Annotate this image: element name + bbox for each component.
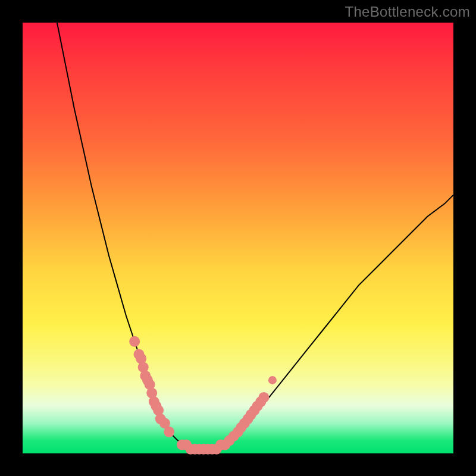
chart-frame: TheBottleneck.com	[0, 0, 476, 476]
watermark-text: TheBottleneck.com	[345, 4, 470, 20]
chart-svg	[23, 23, 453, 453]
marker-dot	[164, 427, 174, 437]
marker-dot	[268, 376, 277, 384]
marker-group	[129, 336, 277, 455]
bottleneck-curve	[57, 23, 453, 449]
marker-dot	[129, 336, 140, 347]
marker-dot	[258, 392, 269, 403]
plot-area	[23, 23, 453, 453]
